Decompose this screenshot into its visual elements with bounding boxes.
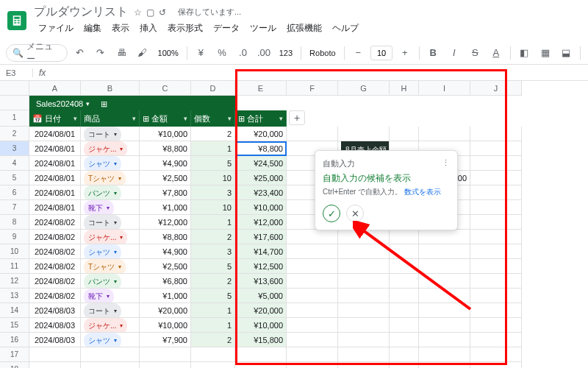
col-header[interactable]: B bbox=[81, 81, 140, 96]
cell-date[interactable]: 2024/08/01 bbox=[29, 127, 81, 141]
cell[interactable] bbox=[470, 318, 522, 333]
menu-item[interactable]: ツール bbox=[245, 20, 281, 37]
cell-date[interactable]: 2024/08/02 bbox=[29, 289, 81, 303]
cell-product[interactable]: Tシャツ bbox=[81, 259, 140, 274]
cell[interactable] bbox=[338, 244, 390, 259]
cell-total[interactable]: ¥5,000 bbox=[235, 289, 287, 303]
borders-button[interactable]: ▦ bbox=[537, 44, 554, 62]
cell-total[interactable]: ¥14,700 bbox=[235, 244, 287, 259]
row-header[interactable]: 11 bbox=[0, 259, 29, 274]
product-chip[interactable]: Tシャツ bbox=[84, 171, 126, 185]
cell[interactable] bbox=[419, 347, 470, 362]
zoom-select[interactable]: 100% bbox=[155, 47, 182, 59]
col-header[interactable]: J bbox=[470, 81, 522, 96]
bold-button[interactable]: B bbox=[425, 44, 442, 62]
cell[interactable] bbox=[338, 259, 390, 274]
cell-total[interactable]: ¥23,400 bbox=[235, 185, 287, 200]
cell[interactable] bbox=[81, 362, 140, 368]
menu-item[interactable]: ヘルプ bbox=[328, 20, 363, 37]
cell-qty[interactable]: 5 bbox=[191, 289, 235, 303]
cell-total[interactable]: ¥8,800 bbox=[235, 141, 287, 156]
menu-item[interactable]: データ bbox=[209, 20, 244, 37]
cell[interactable] bbox=[470, 127, 522, 141]
cell[interactable] bbox=[470, 185, 522, 200]
cell[interactable] bbox=[419, 333, 470, 347]
cell-qty[interactable]: 2 bbox=[191, 230, 235, 244]
table-column-date[interactable]: 📅日付▾ bbox=[29, 110, 81, 127]
cell-total[interactable]: ¥13,600 bbox=[235, 274, 287, 289]
cell-total[interactable]: ¥15,800 bbox=[235, 333, 287, 347]
cell-product[interactable]: 靴下 bbox=[81, 289, 140, 303]
cell-date[interactable]: 2024/08/01 bbox=[29, 171, 81, 185]
cell-qty[interactable]: 10 bbox=[191, 200, 235, 215]
row-header[interactable]: 12 bbox=[0, 274, 29, 289]
cell[interactable] bbox=[287, 274, 338, 289]
font-inc-button[interactable]: + bbox=[396, 44, 414, 62]
row-header[interactable]: 17 bbox=[0, 347, 29, 362]
menu-item[interactable]: 拡張機能 bbox=[282, 20, 326, 37]
menu-item[interactable]: ファイル bbox=[34, 20, 78, 37]
cell[interactable] bbox=[29, 362, 81, 368]
paint-format-button[interactable]: 🖌 bbox=[134, 44, 151, 62]
row-header[interactable]: 6 bbox=[0, 185, 29, 200]
cell-product[interactable]: シャツ bbox=[81, 333, 140, 347]
cell[interactable] bbox=[470, 259, 522, 274]
product-chip[interactable]: コート bbox=[84, 303, 121, 318]
row-header[interactable]: 8 bbox=[0, 215, 29, 230]
cell[interactable] bbox=[390, 127, 419, 141]
cell-product[interactable]: シャツ bbox=[81, 156, 140, 171]
cell[interactable] bbox=[470, 156, 522, 171]
cell[interactable] bbox=[287, 347, 338, 362]
cell-product[interactable]: Tシャツ bbox=[81, 171, 140, 185]
cell-amount[interactable]: ¥7,800 bbox=[140, 185, 191, 200]
decimal-inc-button[interactable]: .00 bbox=[255, 44, 273, 62]
cell[interactable] bbox=[338, 230, 390, 244]
cell[interactable] bbox=[390, 289, 419, 303]
col-header[interactable]: E bbox=[235, 81, 287, 96]
cell-total[interactable]: ¥12,000 bbox=[235, 215, 287, 230]
row-header[interactable]: 10 bbox=[0, 244, 29, 259]
cell[interactable] bbox=[390, 347, 419, 362]
col-header[interactable]: C bbox=[140, 81, 191, 96]
add-column-button[interactable]: + bbox=[289, 110, 305, 125]
cell-qty[interactable]: 2 bbox=[191, 333, 235, 347]
cell[interactable] bbox=[419, 318, 470, 333]
cell[interactable] bbox=[338, 347, 390, 362]
cell-product[interactable]: コート bbox=[81, 127, 140, 141]
cell[interactable] bbox=[419, 362, 470, 368]
undo-button[interactable]: ↶ bbox=[71, 44, 89, 62]
col-header[interactable]: I bbox=[419, 81, 470, 96]
cell[interactable] bbox=[470, 333, 522, 347]
cell[interactable] bbox=[235, 362, 287, 368]
cell-date[interactable]: 2024/08/03 bbox=[29, 318, 81, 333]
cell-product[interactable]: コート bbox=[81, 303, 140, 318]
cell[interactable] bbox=[338, 127, 390, 141]
product-chip[interactable]: シャツ bbox=[84, 244, 121, 259]
cell-amount[interactable]: ¥20,000 bbox=[140, 303, 191, 318]
row-header[interactable]: 9 bbox=[0, 230, 29, 244]
col-header[interactable]: F bbox=[287, 81, 338, 96]
cell[interactable] bbox=[390, 303, 419, 318]
cell[interactable] bbox=[470, 230, 522, 244]
cell[interactable] bbox=[470, 274, 522, 289]
cell[interactable] bbox=[338, 333, 390, 347]
cell[interactable] bbox=[287, 303, 338, 318]
italic-button[interactable]: I bbox=[445, 44, 463, 62]
popup-more-icon[interactable]: ⋮ bbox=[442, 158, 450, 169]
row-header[interactable]: 13 bbox=[0, 289, 29, 303]
cell-amount[interactable]: ¥10,000 bbox=[140, 127, 191, 141]
text-color-button[interactable]: A bbox=[487, 44, 505, 62]
cell[interactable] bbox=[419, 289, 470, 303]
cell-date[interactable]: 2024/08/01 bbox=[29, 156, 81, 171]
product-chip[interactable]: パンツ bbox=[84, 274, 121, 289]
cell-date[interactable]: 2024/08/03 bbox=[29, 333, 81, 347]
cell[interactable] bbox=[419, 259, 470, 274]
table-column-product[interactable]: 商品▾ bbox=[81, 110, 140, 127]
cell[interactable] bbox=[287, 289, 338, 303]
cell-amount[interactable]: ¥4,900 bbox=[140, 156, 191, 171]
product-chip[interactable]: シャツ bbox=[84, 333, 121, 347]
cell[interactable] bbox=[390, 244, 419, 259]
cell-qty[interactable]: 10 bbox=[191, 171, 235, 185]
cell-amount[interactable]: ¥7,900 bbox=[140, 333, 191, 347]
cell[interactable] bbox=[338, 362, 390, 368]
